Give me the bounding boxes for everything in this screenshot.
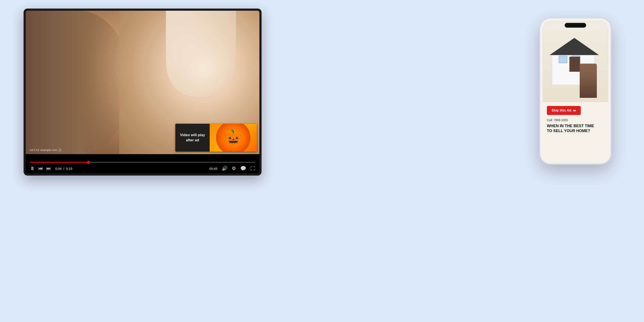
- prev-button[interactable]: ⏮: [38, 166, 43, 171]
- mini-ad-panel: Video will play after ad 🎃: [175, 124, 257, 152]
- settings-button[interactable]: ⚙: [232, 166, 236, 171]
- house-hand: [580, 64, 597, 98]
- phone-call-text: Call: 7899 3355: [547, 118, 604, 122]
- headline-line1: WHEN IN THE BEST TIME: [547, 124, 604, 129]
- settings-icon: ⚙: [232, 166, 236, 171]
- minion-icon: 🎃: [216, 124, 250, 152]
- headline-line2: TO SELL YOUR HOME?: [547, 129, 604, 133]
- captions-button[interactable]: 💬: [240, 166, 246, 171]
- minion-emoji: 🎃: [224, 129, 243, 147]
- veil-overlay: [166, 11, 236, 97]
- next-button[interactable]: ⏭: [46, 166, 51, 171]
- house-illustration: [550, 51, 601, 98]
- controls-right: 00:45 🔊 ⚙ 💬 ⛶: [209, 166, 255, 171]
- right-time: 00:45: [209, 167, 218, 170]
- current-time: 0:04: [55, 167, 62, 170]
- volume-icon: 🔊: [222, 166, 228, 171]
- time-display: 0:04 / 0:15: [55, 167, 72, 170]
- house-roof: [550, 38, 599, 55]
- phone-screen: Skip this Ad ⏭ Call: 7899 3355 WHEN IN T…: [542, 21, 608, 161]
- ad-label: Ad 0:14 example.com ℹ: [30, 148, 61, 152]
- ad-info-icon[interactable]: ℹ: [58, 149, 61, 152]
- info-icon: ℹ: [60, 149, 60, 151]
- phone-bottom-content: Skip this Ad ⏭ Call: 7899 3355 WHEN IN T…: [542, 102, 608, 161]
- scene: Ad 0:14 example.com ℹ Video will play af…: [0, 0, 644, 322]
- house-door: [570, 57, 580, 72]
- progress-knob[interactable]: [87, 161, 90, 164]
- ad-url-text: example.com: [40, 148, 57, 152]
- house-window-left: [559, 56, 567, 63]
- total-time: 0:15: [66, 167, 72, 170]
- phone-ad-image: [542, 21, 608, 102]
- mini-ad-text-box: Video will play after ad: [175, 124, 210, 152]
- video-controls: ⏸ ⏮ ⏭ 0:04 / 0:15 00:45: [26, 154, 260, 173]
- prev-icon: ⏮: [38, 166, 43, 171]
- volume-button[interactable]: 🔊: [222, 166, 228, 171]
- video-content: Ad 0:14 example.com ℹ Video will play af…: [26, 11, 260, 154]
- captions-icon: 💬: [240, 166, 246, 171]
- phone-content: Skip this Ad ⏭ Call: 7899 3355 WHEN IN T…: [542, 21, 608, 161]
- next-icon: ⏭: [46, 166, 51, 171]
- progress-fill: [30, 162, 88, 163]
- fullscreen-icon: ⛶: [250, 166, 255, 171]
- ad-label-text: Ad 0:14: [30, 148, 39, 152]
- phone-frame: Skip this Ad ⏭ Call: 7899 3355 WHEN IN T…: [540, 18, 611, 164]
- controls-row: ⏸ ⏮ ⏭ 0:04 / 0:15 00:45: [30, 166, 255, 171]
- person-left: [26, 11, 131, 154]
- fullscreen-button[interactable]: ⛶: [250, 166, 255, 171]
- mini-ad-image: 🎃: [210, 124, 257, 152]
- tv-frame: Ad 0:14 example.com ℹ Video will play af…: [24, 8, 262, 175]
- tv-screen: Ad 0:14 example.com ℹ Video will play af…: [26, 11, 260, 173]
- mini-ad-text: Video will play after ad: [178, 133, 207, 143]
- progress-bar[interactable]: [30, 162, 255, 163]
- skip-ad-icon: ⏭: [573, 109, 576, 112]
- phone-notch: [565, 23, 586, 28]
- pause-icon: ⏸: [30, 166, 35, 171]
- pause-button[interactable]: ⏸: [30, 166, 35, 171]
- skip-ad-button[interactable]: Skip this Ad ⏭: [547, 106, 581, 115]
- phone-headline: WHEN IN THE BEST TIME TO SELL YOUR HOME?: [547, 124, 604, 134]
- skip-ad-label: Skip this Ad: [552, 109, 571, 112]
